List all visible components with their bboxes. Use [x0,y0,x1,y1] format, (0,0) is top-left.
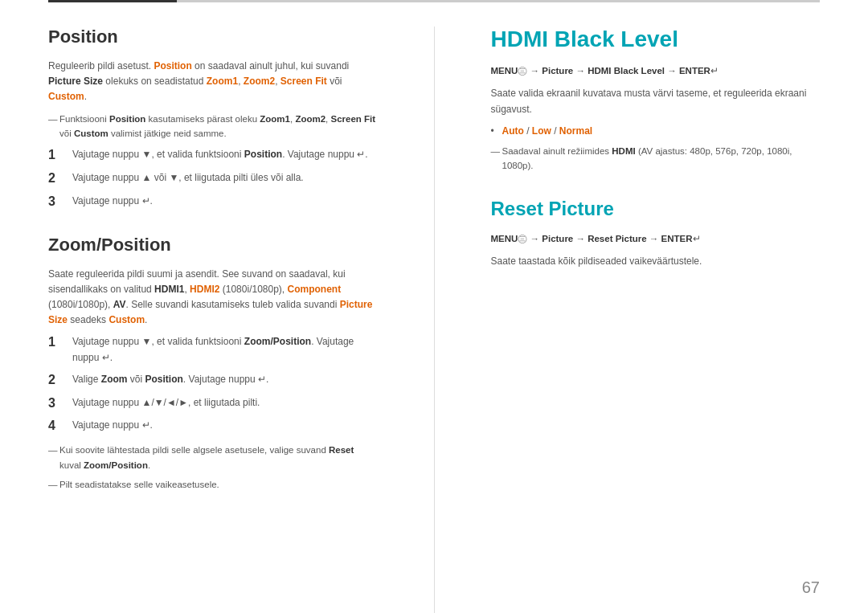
reset-intro: Saate taastada kõik pildiseaded vaikevää… [491,254,821,269]
zoompos-kw: Zoom/Position [84,460,148,470]
position-keyword: Position [154,60,191,72]
normal-option: Normal [559,125,592,137]
hdmi-note-kw: HDMI [612,146,635,156]
position-section: Position Reguleerib pildi asetust. Posit… [48,27,378,210]
zoom1-keyword: Zoom1 [207,76,238,87]
zoom-step-text-4: Vajutage nuppu ↵. [72,418,378,433]
position-step-3: 3 Vajutage nuppu ↵. [48,194,378,210]
hdmi-black-level-title: HDMI Black Level [491,27,821,52]
position-title: Position [48,27,378,47]
zoom-kw: Zoom [101,374,128,385]
zoom-step-2: 2 Valige Zoom või Position. Vajutage nup… [48,372,378,389]
step-text-1: Vajutage nuppu ▼, et valida funktsiooni … [72,147,378,162]
menu-kw: MENU [491,66,518,76]
custom-keyword: Custom [48,91,84,102]
zoom-step-3: 3 Vajutage nuppu ▲/▼/◄/►, et liigutada p… [48,395,378,412]
zoom-step-text-2: Valige Zoom või Position. Vajutage nuppu… [72,372,378,387]
zoom-step1-kw: Zoom/Position [244,336,311,347]
pos-step1-kw: Position [244,149,282,160]
zoom-step-text-3: Vajutage nuppu ▲/▼/◄/►, et liigutada pil… [72,395,378,411]
zoom1-note: Zoom1 [260,114,290,124]
component-kw: Component [288,284,342,295]
step-num-2: 2 [48,170,66,187]
zoom-position-intro: Saate reguleerida pildi suumi ja asendit… [48,267,378,329]
av-kw: AV [113,299,126,310]
step-text-2: Vajutage nuppu ▲ või ▼, et liigutada pil… [72,170,378,186]
zoom-step-num-4: 4 [48,418,66,435]
zoom-note1: Kui soovite lähtestada pildi selle algse… [48,443,378,472]
low-option: Low [532,125,551,137]
screenfit-keyword: Screen Fit [280,76,327,87]
auto-option: Auto [502,125,524,137]
left-column: Position Reguleerib pildi asetust. Posit… [48,27,378,613]
reset-kw: Reset [329,445,354,455]
zoom2-note: Zoom2 [295,114,326,124]
picture-kw: Picture [542,66,573,76]
page-number: 67 [802,578,820,597]
zoom-step-4: 4 Vajutage nuppu ↵. [48,418,378,435]
step-num-1: 1 [48,147,66,164]
zoom2-keyword: Zoom2 [244,76,275,87]
content-area: Position Reguleerib pildi asetust. Posit… [48,2,820,613]
reset-menu-path: MENU㊂ → Picture → Reset Picture → ENTER↵ [491,231,821,246]
hdmi-black-level-section: HDMI Black Level MENU㊂ → Picture → HDMI … [491,27,821,174]
zoom-position-section: Zoom/Position Saate reguleerida pildi su… [48,235,378,492]
pos-kw: Position [145,374,183,385]
position-intro: Reguleerib pildi asetust. Position on sa… [48,59,378,105]
screenfit-note: Screen Fit [330,114,375,124]
step-num-3: 3 [48,194,66,210]
hdmi-kw: HDMI Black Level [588,66,665,76]
reset-menu-kw: MENU [491,234,518,243]
zoom-step-text-1: Vajutage nuppu ▼, et valida funktsiooni … [72,334,378,365]
enter-kw: ENTER [679,66,710,76]
top-line-accent [48,0,177,2]
hdmi-intro: Saate valida ekraanil kuvatava musta vär… [491,86,821,116]
zoom-step-num-3: 3 [48,395,66,412]
reset-kw2: Reset Picture [588,234,647,243]
pos-note-keyword: Position [109,114,145,124]
zoom-note2: Pilt seadistatakse selle vaikeasetusele. [48,477,378,492]
position-step-1: 1 Vajutage nuppu ▼, et valida funktsioon… [48,147,378,164]
top-line [48,0,820,2]
zoom-position-title: Zoom/Position [48,235,378,255]
reset-picture-title: Reset Picture [491,198,821,220]
custom-note: Custom [74,129,108,138]
hdmi1-kw: HDMI1 [154,284,184,295]
reset-picture-section: Reset Picture MENU㊂ → Picture → Reset Pi… [491,198,821,270]
zoom-steps: 1 Vajutage nuppu ▼, et valida funktsioon… [48,334,378,435]
position-step-2: 2 Vajutage nuppu ▲ või ▼, et liigutada p… [48,170,378,187]
custom-kw2: Custom [108,314,145,325]
reset-enter-kw: ENTER [661,234,693,243]
hdmi-note1: Saadaval ainult režiimides HDMI (AV ajas… [491,144,821,174]
position-steps: 1 Vajutage nuppu ▼, et valida funktsioon… [48,147,378,210]
position-note1: Funktsiooni Position kasutamiseks pärast… [48,112,378,141]
reset-picture-kw: Picture [542,234,573,243]
picture-size-keyword: Picture Size [48,76,103,87]
zoom-step-num-1: 1 [48,334,66,351]
vertical-divider [434,27,435,613]
zoom-step-num-2: 2 [48,372,66,389]
picturesize-kw: Picture Size [48,299,372,325]
page-container: Position Reguleerib pildi asetust. Posit… [0,0,868,613]
right-column: HDMI Black Level MENU㊂ → Picture → HDMI … [491,27,821,613]
hdmi-menu-path: MENU㊂ → Picture → HDMI Black Level → ENT… [491,63,821,78]
hdmi2-kw: HDMI2 [190,284,219,295]
hdmi-options: Auto / Low / Normal [491,124,821,139]
zoom-step-1: 1 Vajutage nuppu ▼, et valida funktsioon… [48,334,378,365]
step-text-3: Vajutage nuppu ↵. [72,194,378,209]
